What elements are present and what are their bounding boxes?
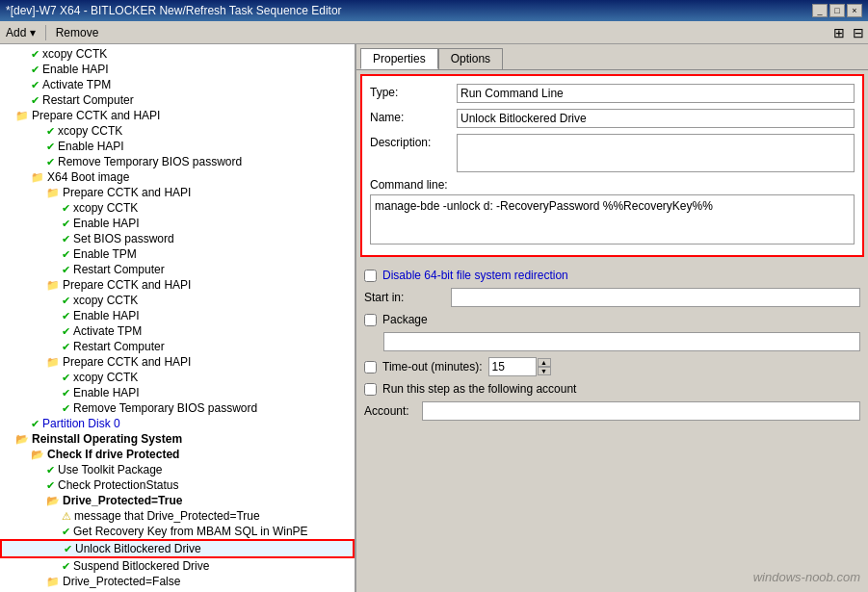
left-panel: ✔ xcopy CCTK ✔ Enable HAPI ✔ Activate TP…: [0, 44, 356, 592]
step-icon: ✔: [64, 543, 72, 555]
run-as-row: Run this step as the following account: [364, 382, 860, 396]
step-icon: ✔: [46, 464, 55, 476]
tree-item[interactable]: 📁 Prepare CCTK and HAPI: [0, 108, 355, 123]
tree-item[interactable]: ✔ xcopy CCTK: [0, 370, 355, 385]
tab-options[interactable]: Options: [438, 48, 503, 69]
folder-icon: 📁: [46, 356, 60, 369]
tree-item[interactable]: ✔ Restart Computer: [0, 262, 355, 277]
folder-icon: 📁: [46, 187, 60, 199]
maximize-button[interactable]: □: [829, 4, 845, 17]
step-icon: ✔: [62, 560, 70, 573]
tab-properties[interactable]: Properties: [360, 48, 438, 69]
step-icon: ✔: [62, 372, 70, 384]
tree-item-unlock-bitlockered-drive[interactable]: ✔ Unlock Bitlockered Drive: [0, 539, 355, 558]
tree-item[interactable]: ✔ Activate TPM: [0, 323, 355, 339]
timeout-label[interactable]: Time-out (minutes):: [382, 360, 483, 373]
tree-item[interactable]: ✔ Set BIOS password: [0, 231, 355, 246]
package-checkbox[interactable]: [364, 314, 377, 326]
step-icon: ✔: [46, 125, 55, 138]
title-bar-buttons[interactable]: _ □ ×: [812, 4, 862, 17]
toolbar: Add ▾ Remove ⊞ ⊟: [0, 21, 868, 44]
tree-item[interactable]: ✔ Check ProtectionStatus: [0, 477, 355, 493]
tree-item[interactable]: 📁 Drive_Protected=False: [0, 574, 355, 589]
command-line-textarea[interactable]: manage-bde -unlock d: -RecoveryPassword …: [370, 194, 855, 245]
tree-item[interactable]: ✔ Enable TPM: [0, 246, 355, 262]
step-icon: ✔: [62, 325, 70, 338]
tree-item[interactable]: 📁 X64 Boot image: [0, 169, 355, 185]
tree-item[interactable]: ✔ Use Toolkit Package: [0, 462, 355, 477]
tree: ✔ xcopy CCTK ✔ Enable HAPI ✔ Activate TP…: [0, 44, 355, 591]
tree-item[interactable]: ⚠ message that Drive_Protected=True: [0, 508, 355, 524]
folder-icon: 📂: [15, 433, 29, 446]
tree-item[interactable]: ✔ xcopy CCTK: [0, 46, 355, 62]
tree-item[interactable]: 📂 Check If drive Protected: [0, 447, 355, 462]
timeout-checkbox[interactable]: [364, 361, 377, 373]
run-as-label[interactable]: Run this step as the following account: [382, 382, 576, 396]
tree-item[interactable]: ✔ Get Recovery Key from MBAM SQL in WinP…: [0, 524, 355, 539]
tree-item-remove-temp-bios-1[interactable]: ✔ Remove Temporary BIOS password: [0, 154, 355, 169]
type-input[interactable]: [457, 84, 855, 103]
tree-item[interactable]: ✔ Enable HAPI: [0, 216, 355, 231]
title-bar: *[dev]-W7 X64 - BITLOCKER New/Refresh Ta…: [0, 0, 868, 21]
package-label[interactable]: Package: [382, 313, 428, 326]
tree-item[interactable]: ✔ Restart Computer: [0, 92, 355, 108]
folder-icon: 📁: [15, 110, 29, 122]
close-button[interactable]: ×: [847, 4, 862, 17]
spinner-up-button[interactable]: ▲: [538, 358, 551, 367]
timeout-input[interactable]: [488, 357, 537, 376]
step-icon: ✔: [62, 218, 70, 230]
tree-item[interactable]: 📁 Prepare CCTK and HAPI: [0, 354, 355, 370]
disable-64bit-checkbox[interactable]: [364, 270, 377, 282]
name-input[interactable]: [457, 109, 855, 128]
step-icon: ✔: [62, 202, 70, 215]
folder-icon: 📁: [31, 171, 44, 184]
tree-item[interactable]: 📂 Drive_Protected=True: [0, 493, 355, 508]
tree-item[interactable]: ✔ Partition Disk 0: [0, 416, 355, 431]
watermark: windows-noob.com: [753, 570, 860, 584]
step-icon: ✔: [62, 248, 70, 261]
tree-item[interactable]: ✔ xcopy CCTK: [0, 123, 355, 139]
spinner-buttons: ▲ ▼: [538, 358, 551, 375]
tree-item[interactable]: 📁 Prepare CCTK and HAPI: [0, 185, 355, 200]
command-section: Command line: manage-bde -unlock d: -Rec…: [370, 178, 855, 247]
properties-tabs: Properties Options: [356, 44, 868, 70]
tree-item-remove-temp-bios-2[interactable]: ✔ Remove Temporary BIOS password: [0, 400, 355, 416]
disable-64bit-label[interactable]: Disable 64-bit file system redirection: [382, 269, 568, 282]
step-icon: ✔: [46, 479, 55, 492]
tree-item[interactable]: ✔ Suspend Bitlockered Drive: [0, 558, 355, 574]
account-input[interactable]: [422, 401, 860, 421]
step-icon: ✔: [31, 94, 39, 107]
options-section: Disable 64-bit file system redirection S…: [356, 261, 868, 421]
remove-button[interactable]: Remove: [54, 26, 101, 39]
tree-item[interactable]: ✔ xcopy CCTK: [0, 293, 355, 308]
minimize-button[interactable]: _: [812, 4, 828, 17]
warning-icon: ⚠: [62, 510, 71, 523]
folder-icon: 📂: [31, 449, 44, 461]
type-row: Type:: [370, 84, 855, 103]
folder-icon: 📁: [46, 279, 60, 292]
toolbar-icon-2[interactable]: ⊟: [853, 25, 864, 40]
tree-item[interactable]: ✔ Enable HAPI: [0, 308, 355, 323]
package-input[interactable]: [383, 332, 860, 351]
add-button[interactable]: Add ▾: [4, 26, 38, 39]
tree-item[interactable]: 📁 Prepare CCTK and HAPI: [0, 277, 355, 293]
description-textarea[interactable]: [457, 134, 855, 172]
account-label: Account:: [364, 404, 422, 418]
tree-item[interactable]: ✔ xcopy CCTK: [0, 200, 355, 216]
toolbar-icon-1[interactable]: ⊞: [833, 25, 845, 40]
step-icon: ✔: [62, 387, 70, 399]
command-line-label: Command line:: [370, 178, 855, 192]
tree-item[interactable]: ✔ Restart Computer: [0, 339, 355, 354]
run-as-checkbox[interactable]: [364, 383, 377, 396]
tree-item[interactable]: ✔ Activate TPM: [0, 77, 355, 92]
description-row: Description:: [370, 134, 855, 172]
folder-icon: 📁: [46, 576, 60, 588]
tree-item[interactable]: ✔ Enable HAPI: [0, 385, 355, 400]
spinner-down-button[interactable]: ▼: [538, 367, 551, 375]
tree-item[interactable]: ✔ Enable HAPI: [0, 139, 355, 154]
right-panel: Properties Options Type: Name: Descripti…: [356, 44, 868, 592]
properties-content: Type: Name: Description: Command line: m…: [360, 74, 864, 257]
tree-item[interactable]: 📂 Reinstall Operating System: [0, 431, 355, 447]
tree-item[interactable]: ✔ Enable HAPI: [0, 62, 355, 77]
start-in-input[interactable]: [451, 288, 860, 307]
